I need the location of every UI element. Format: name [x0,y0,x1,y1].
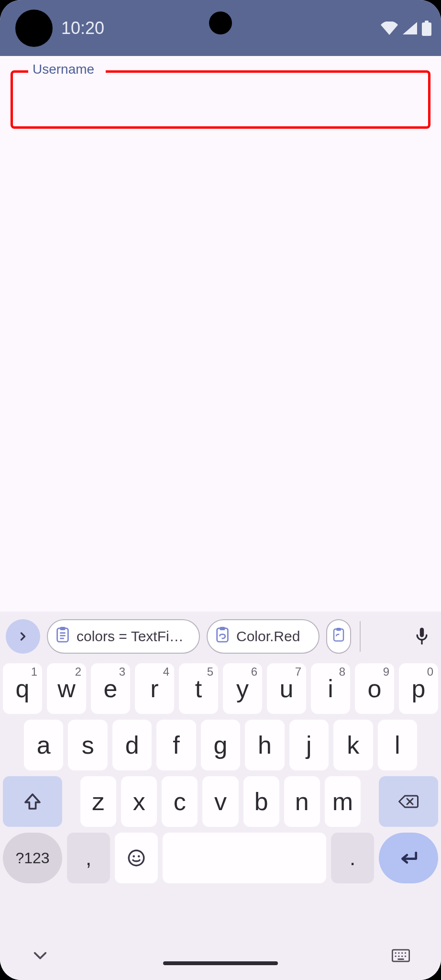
key-grid: q1 w2 e3 r4 t5 y6 u7 i8 o9 p0 a s d f g … [0,661,441,934]
svg-point-20 [398,952,399,954]
key-n[interactable]: n [284,776,320,827]
key-u[interactable]: u7 [267,663,306,714]
svg-rect-11 [420,628,424,637]
key-g[interactable]: g [201,720,240,770]
clipboard-suggestion-1-text: colors = TextFi… [77,628,184,645]
space-key[interactable] [163,833,326,883]
svg-point-15 [129,850,144,866]
key-m[interactable]: m [325,776,361,827]
device-screen: 10:20 Username [0,0,441,980]
svg-rect-3 [60,627,65,630]
key-a[interactable]: a [24,720,63,770]
key-w[interactable]: w2 [47,663,86,714]
gesture-pill[interactable] [163,961,278,965]
key-q[interactable]: q1 [3,663,42,714]
key-b[interactable]: b [243,776,279,827]
svg-point-21 [401,952,403,954]
key-v[interactable]: v [202,776,238,827]
period-key[interactable]: . [331,833,374,883]
key-t[interactable]: t5 [179,663,218,714]
clipboard-suggestion-2-text: Color.Red [236,628,300,645]
svg-point-19 [395,952,397,954]
nav-bar [0,934,441,980]
key-d[interactable]: d [112,720,152,770]
clipboard-suggestion-1[interactable]: colors = TextFi… [47,619,200,654]
clipboard-link-icon [331,627,346,646]
status-bar: 10:20 [0,0,441,56]
wifi-icon [381,22,398,35]
username-input[interactable] [20,76,421,123]
keyboard-switch-button[interactable] [389,944,412,967]
clipboard-suggestion-2[interactable]: Color.Red [207,619,320,654]
svg-point-22 [405,952,406,954]
key-s[interactable]: s [68,720,107,770]
status-time: 10:20 [61,18,104,38]
divider [360,621,361,652]
key-j[interactable]: j [289,720,329,770]
expand-toolbar-button[interactable] [6,619,40,654]
battery-icon [422,21,431,36]
key-row-1: q1 w2 e3 r4 t5 y6 u7 i8 o9 p0 [3,663,438,714]
enter-key[interactable] [379,833,438,883]
key-h[interactable]: h [245,720,284,770]
svg-point-16 [132,855,135,858]
key-p[interactable]: p0 [399,663,438,714]
clipboard-link-icon [214,626,231,647]
backspace-key[interactable] [379,776,438,827]
key-f[interactable]: f [156,720,196,770]
svg-point-24 [398,956,399,957]
svg-point-26 [405,956,406,957]
key-x[interactable]: x [121,776,157,827]
suggestion-row: colors = TextFi… Color.Red [0,612,441,661]
key-e[interactable]: e3 [91,663,130,714]
svg-point-17 [138,855,140,858]
key-y[interactable]: y6 [223,663,262,714]
key-z[interactable]: z [80,776,116,827]
svg-rect-0 [422,22,431,36]
key-k[interactable]: k [333,720,373,770]
status-icons [381,21,431,36]
key-r[interactable]: r4 [135,663,174,714]
svg-point-25 [401,956,403,957]
username-field[interactable]: Username [11,70,430,129]
key-o[interactable]: o9 [355,663,394,714]
shift-key[interactable] [3,776,62,827]
notification-dot-icon [15,10,53,47]
key-row-4: ?123 , . [3,833,438,883]
key-l[interactable]: l [378,720,417,770]
svg-rect-8 [220,627,225,630]
comma-key[interactable]: , [67,833,110,883]
emoji-key[interactable] [115,833,158,883]
hide-keyboard-button[interactable] [29,944,52,967]
cellular-signal-icon [403,22,417,34]
soft-keyboard: colors = TextFi… Color.Red q1 w [0,612,441,980]
username-label: Username [30,62,97,77]
key-i[interactable]: i8 [311,663,350,714]
svg-rect-27 [397,958,404,960]
svg-rect-1 [425,21,429,23]
clipboard-suggestion-3[interactable] [326,619,351,654]
camera-cutout-icon [209,11,232,34]
clipboard-icon [55,626,71,647]
svg-point-23 [395,956,397,957]
key-row-3: z x c v b n m [3,776,438,827]
key-c[interactable]: c [162,776,198,827]
svg-rect-10 [336,628,341,631]
voice-input-button[interactable] [408,623,435,650]
symbols-key[interactable]: ?123 [3,833,62,883]
key-row-2: a s d f g h j k l [3,720,438,770]
